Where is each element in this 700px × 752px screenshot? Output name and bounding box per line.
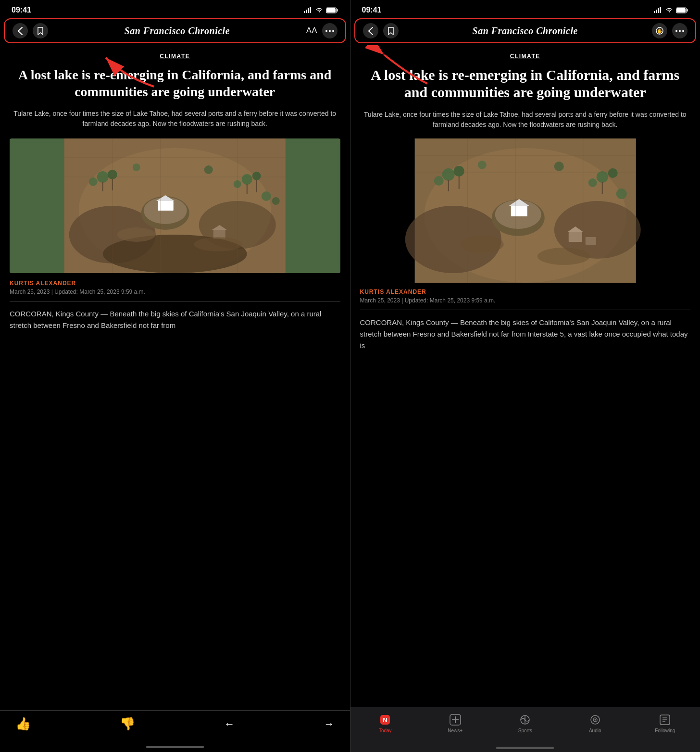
svg-point-23: [242, 174, 252, 185]
left-more-button[interactable]: [322, 23, 338, 38]
left-bookmark-button[interactable]: [33, 23, 48, 38]
right-article-title: A lost lake is re-emerging in California…: [360, 66, 691, 101]
battery-icon: [326, 7, 338, 13]
svg-rect-66: [568, 232, 582, 242]
bottom-nav-sports[interactable]: Sports: [490, 711, 561, 735]
svg-point-71: [434, 176, 443, 186]
bottom-nav-newsplus[interactable]: News+: [420, 711, 490, 735]
right-signal-icon: [654, 7, 662, 13]
right-article-date: March 25, 2023 | Updated: March 25, 2023…: [360, 297, 691, 304]
right-article-body: CORCORAN, Kings County — Beneath the big…: [360, 317, 691, 351]
bottom-nav-audio[interactable]: Audio: [560, 711, 630, 735]
svg-point-29: [272, 197, 280, 205]
left-status-icons: [304, 7, 338, 13]
right-wifi-icon: [665, 7, 673, 13]
following-label: Following: [655, 728, 675, 733]
svg-rect-0: [304, 11, 305, 13]
newsplus-label: News+: [448, 728, 462, 733]
left-bottom-bar: 👍 👎 ← →: [0, 710, 350, 743]
back-nav-button[interactable]: ←: [224, 718, 235, 730]
home-indicator-left: [0, 743, 350, 752]
right-article-image: [360, 138, 691, 283]
svg-point-26: [133, 163, 140, 171]
svg-point-7: [325, 30, 327, 32]
left-article-content: CLIMATE A lost lake is re-emerging in Ca…: [0, 45, 350, 710]
svg-rect-49: [687, 9, 688, 12]
svg-point-74: [588, 178, 597, 187]
left-author-name: KURTIS ALEXANDER: [10, 280, 340, 287]
signal-icon: [304, 7, 312, 13]
svg-rect-5: [337, 9, 338, 12]
svg-point-77: [616, 188, 626, 199]
newsplus-icon: [449, 713, 462, 727]
right-flood-image-svg: [360, 138, 691, 283]
left-phone-panel: 09:41 San: [0, 0, 350, 752]
right-more-button[interactable]: [672, 23, 688, 38]
svg-rect-64: [511, 206, 527, 216]
svg-point-28: [262, 191, 271, 201]
left-font-size-button[interactable]: AA: [306, 26, 317, 36]
forward-nav-button[interactable]: →: [324, 718, 334, 730]
left-divider: [10, 301, 340, 301]
today-label: Today: [379, 728, 392, 733]
right-publication-title: San Francisco Chronicle: [403, 25, 648, 37]
bottom-navigation: N Today News+: [350, 707, 700, 745]
svg-rect-6: [326, 8, 336, 13]
right-author-name: KURTIS ALEXANDER: [360, 288, 691, 295]
thumbs-up-button[interactable]: 👍: [15, 716, 31, 731]
home-indicator-right: [350, 745, 700, 752]
svg-rect-68: [585, 237, 596, 245]
right-back-button[interactable]: [363, 23, 378, 38]
svg-point-86: [460, 236, 503, 253]
sports-icon: [518, 713, 532, 727]
sports-label: Sports: [518, 728, 532, 733]
svg-point-41: [117, 227, 156, 242]
svg-rect-1: [306, 10, 307, 13]
left-publication-title: San Francisco Chronicle: [53, 25, 301, 37]
svg-rect-3: [310, 7, 311, 13]
thumbs-down-button[interactable]: 👎: [120, 716, 135, 731]
bottom-nav-following[interactable]: Following: [630, 711, 700, 735]
left-article-title: A lost lake is re-emerging in California…: [10, 66, 340, 100]
svg-point-54: [679, 30, 681, 32]
svg-point-70: [453, 166, 464, 176]
left-status-bar: 09:41: [0, 0, 350, 16]
svg-point-75: [477, 161, 486, 169]
svg-point-22: [89, 177, 98, 186]
svg-point-76: [554, 162, 563, 171]
svg-point-53: [675, 30, 677, 32]
right-share-button[interactable]: ✋: [652, 23, 667, 38]
svg-rect-45: [656, 10, 657, 13]
bottom-nav-today[interactable]: N Today: [350, 711, 421, 735]
left-time: 09:41: [12, 6, 31, 14]
flood-image-svg: [10, 138, 340, 273]
svg-rect-2: [308, 8, 309, 13]
svg-point-27: [204, 165, 213, 174]
right-divider: [360, 310, 691, 310]
svg-point-73: [608, 168, 617, 178]
right-nav-bar: San Francisco Chronicle ✋: [354, 18, 697, 43]
right-time: 09:41: [362, 6, 382, 14]
following-icon: [658, 713, 672, 727]
left-back-button[interactable]: [12, 23, 28, 38]
right-phone-panel: 09:41 San: [350, 0, 700, 752]
left-article-image: [10, 138, 340, 273]
left-article-subtitle: Tulare Lake, once four times the size of…: [10, 109, 340, 129]
today-icon: N: [378, 713, 392, 727]
right-battery-icon: [676, 7, 688, 13]
left-article-date: March 25, 2023 | Updated: March 25, 2023…: [10, 288, 340, 295]
audio-icon: [588, 713, 602, 727]
svg-rect-44: [654, 11, 655, 13]
svg-point-87: [537, 248, 590, 265]
svg-text:✋: ✋: [657, 28, 663, 34]
svg-point-8: [329, 30, 331, 32]
left-category-label: CLIMATE: [10, 53, 340, 60]
svg-rect-50: [676, 8, 686, 13]
svg-rect-47: [660, 7, 661, 13]
right-status-bar: 09:41: [350, 0, 700, 16]
right-category-label: CLIMATE: [360, 53, 691, 60]
right-bookmark-button[interactable]: [383, 23, 399, 38]
svg-point-55: [682, 30, 684, 32]
right-status-icons: [654, 7, 688, 13]
svg-text:N: N: [383, 716, 388, 724]
